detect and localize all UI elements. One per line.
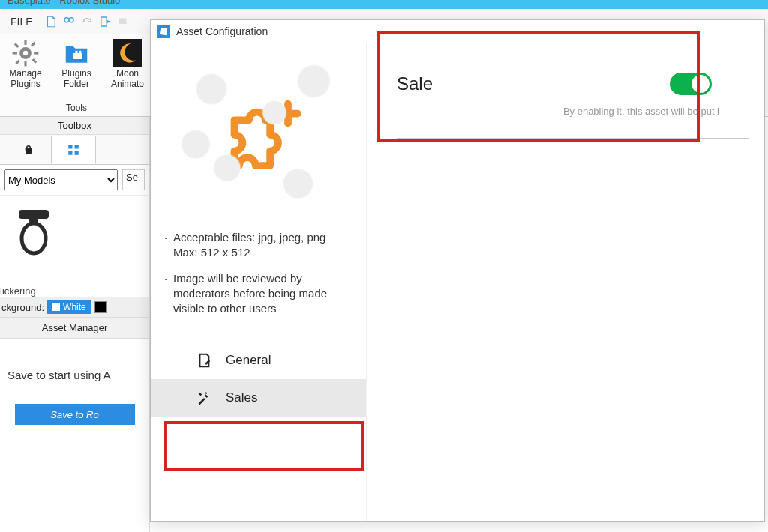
svg-rect-24 bbox=[160, 28, 167, 35]
folder-icon bbox=[62, 39, 91, 67]
svg-rect-7 bbox=[34, 52, 38, 54]
gear-icon bbox=[11, 39, 40, 67]
ribbon-group-caption: Tools bbox=[66, 103, 87, 115]
asset-configuration-modal: Asset Configuration Acceptable files: jp… bbox=[150, 19, 765, 522]
toolbox-model-list bbox=[0, 196, 149, 285]
background-black-chip[interactable] bbox=[94, 301, 106, 313]
svg-rect-15 bbox=[79, 51, 81, 55]
grid-icon bbox=[67, 143, 80, 157]
lamp-icon bbox=[13, 207, 55, 259]
puzzle-plus-icon bbox=[210, 88, 308, 185]
file-menu[interactable]: FILE bbox=[3, 16, 40, 28]
sale-toggle[interactable] bbox=[670, 73, 712, 95]
menu-item-label: General bbox=[226, 353, 271, 368]
svg-rect-5 bbox=[24, 61, 26, 66]
svg-point-23 bbox=[22, 223, 46, 253]
svg-rect-2 bbox=[118, 18, 127, 24]
modal-title-bar: Asset Configuration bbox=[151, 20, 764, 43]
ribbon-button-label: Plugins Folder bbox=[54, 69, 99, 90]
asset-manager-message: Save to start using A bbox=[0, 339, 149, 389]
menu-item-label: Sales bbox=[226, 390, 258, 405]
modal-sidebar: Acceptable files: jpg, jpeg, png Max: 51… bbox=[151, 43, 367, 521]
sale-row: Sale bbox=[397, 73, 712, 95]
ribbon-button-label: Moon Animato bbox=[105, 69, 150, 90]
menu-item-general[interactable]: General bbox=[151, 342, 366, 379]
svg-rect-14 bbox=[75, 51, 77, 55]
redo-icon[interactable] bbox=[80, 14, 94, 29]
asset-thumbnail-upload[interactable] bbox=[180, 58, 338, 215]
toolbox-search-input[interactable]: Se bbox=[122, 169, 145, 190]
moon-icon bbox=[113, 39, 142, 67]
toolbox-tab-marketplace[interactable] bbox=[6, 136, 51, 164]
svg-rect-20 bbox=[75, 151, 79, 155]
sale-label: Sale bbox=[397, 73, 433, 94]
left-panel: Toolbox My Models Se lickering ckground:… bbox=[0, 117, 150, 532]
background-white-chip[interactable]: White bbox=[47, 300, 92, 314]
roblox-icon bbox=[157, 25, 170, 38]
manage-plugins-button[interactable]: Manage Plugins bbox=[3, 36, 48, 90]
note-item: Acceptable files: jpg, jpeg, png Max: 51… bbox=[173, 230, 348, 261]
modal-title-label: Asset Configuration bbox=[176, 25, 268, 37]
document-edit-icon bbox=[196, 352, 212, 369]
save-to-roblox-button[interactable]: Save to Ro bbox=[15, 404, 135, 425]
svg-point-1 bbox=[69, 17, 74, 22]
ribbon-group-tools: Manage Plugins Plugins Folder Moon Anima… bbox=[0, 34, 154, 116]
swatch-icon bbox=[52, 303, 60, 311]
svg-rect-9 bbox=[32, 58, 38, 64]
svg-rect-18 bbox=[75, 145, 79, 148]
more-icon[interactable] bbox=[116, 14, 130, 29]
moon-animator-button[interactable]: Moon Animato bbox=[105, 36, 150, 90]
svg-rect-11 bbox=[15, 60, 20, 65]
window-title: Baseplate - Roblox Studio bbox=[8, 0, 120, 6]
toolbox-category-select[interactable]: My Models bbox=[4, 169, 118, 190]
toggle-knob bbox=[692, 75, 710, 93]
title-bar: Baseplate - Roblox Studio bbox=[0, 0, 768, 9]
svg-rect-8 bbox=[14, 43, 20, 48]
model-name-label: lickering bbox=[0, 285, 149, 297]
toolbox-header: Toolbox bbox=[0, 117, 149, 135]
toolbox-tab-inventory[interactable] bbox=[51, 136, 96, 164]
note-item: Image will be reviewed by moderators bef… bbox=[173, 271, 348, 317]
tools-icon bbox=[196, 390, 212, 406]
model-thumbnail[interactable] bbox=[8, 203, 60, 263]
background-row: ckground: White bbox=[0, 297, 149, 318]
svg-rect-21 bbox=[19, 210, 49, 219]
new-file-icon[interactable] bbox=[44, 14, 58, 29]
ribbon-button-label: Manage Plugins bbox=[3, 69, 48, 90]
svg-rect-4 bbox=[24, 40, 26, 45]
modal-content: Sale By enabling it, this asset will be … bbox=[367, 43, 764, 521]
svg-point-0 bbox=[64, 17, 69, 22]
modal-side-menu: General Sales bbox=[151, 342, 366, 417]
asset-manager-header: Asset Manager bbox=[0, 318, 149, 339]
toolbox-filter-row: My Models Se bbox=[0, 165, 149, 196]
svg-rect-10 bbox=[31, 42, 36, 47]
menu-item-sales[interactable]: Sales bbox=[151, 379, 366, 417]
svg-point-12 bbox=[23, 51, 28, 55]
svg-rect-17 bbox=[68, 145, 72, 148]
svg-rect-16 bbox=[113, 39, 142, 67]
plugins-folder-button[interactable]: Plugins Folder bbox=[54, 36, 99, 90]
find-icon[interactable] bbox=[62, 14, 76, 29]
svg-rect-19 bbox=[68, 151, 72, 155]
toolbox-tabs bbox=[0, 135, 149, 165]
export-icon[interactable] bbox=[98, 14, 112, 29]
shopping-bag-icon bbox=[22, 143, 35, 157]
svg-rect-6 bbox=[13, 52, 17, 54]
divider bbox=[397, 138, 749, 139]
upload-notes: Acceptable files: jpg, jpeg, png Max: 51… bbox=[151, 215, 366, 334]
background-label: ckground: bbox=[2, 302, 44, 313]
sale-hint: By enabling it, this asset will be put i bbox=[397, 106, 719, 117]
